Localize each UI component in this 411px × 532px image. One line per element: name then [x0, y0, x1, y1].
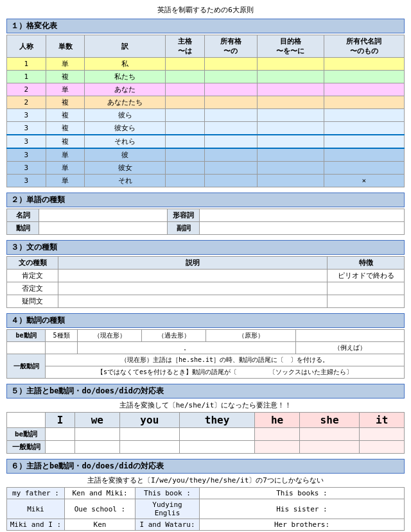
sentence-type-table: 文の種類 説明 特徴 肯定文 ピリオドで終わる 否定文 疑問文: [6, 256, 405, 308]
section-5-subtitle: 主語を変換して〔he/she/it〕になったら要注意！！: [6, 400, 405, 410]
col-person: 人称: [7, 35, 46, 58]
table-row: 文の種類 説明 特徴: [7, 257, 405, 270]
person: 1: [7, 58, 46, 71]
table-row: 。 （例えば）: [7, 342, 405, 354]
page-title: 英語を制覇するための6大原則: [6, 5, 405, 15]
table-row: Miki Oue school : Yudying Englis His sis…: [7, 499, 405, 519]
translation: 私: [85, 58, 165, 71]
table-row: 一般動詞: [7, 441, 405, 454]
table-row: 一般動詞 （現在形）主語は［he.she.it］の時、動詞の語尾に〔 〕を付ける…: [7, 354, 405, 366]
section-5-title: ５）主語とbe動詞・do/does/didの対応表: [6, 384, 405, 399]
verb-type-table: be動詞 5種類 （現在形） （過去形） （原形） 。 （例えば） 一般動詞 （…: [6, 329, 405, 379]
table-row: my father : Ken and Miki: This book : Th…: [7, 488, 405, 499]
subject-map-table: my father : Ken and Miki: This book : Th…: [6, 487, 405, 531]
table-row: be動詞 5種類 （現在形） （過去形） （原形）: [7, 330, 405, 342]
subject-verb-table: I we you they he she it be動詞 一般動詞: [6, 412, 405, 454]
table-row: 1 複 私たち: [7, 71, 405, 83]
table-row: 1 単 私: [7, 58, 405, 71]
section-2-title: ２）単語の種類: [6, 193, 405, 207]
table-row: 3 単 彼: [7, 148, 405, 162]
section-1: １）格変化表 人称 単数 訳 主格〜は 所有格〜の 目的格〜を〜に 所有代名詞〜…: [6, 19, 405, 187]
col-nominative: 主格〜は: [165, 35, 204, 58]
col-possessive: 所有代名詞〜のもの: [324, 35, 404, 58]
section-3-title: ３）文の種類: [6, 240, 405, 255]
possessive-val: [324, 58, 404, 71]
nominative-val: [165, 58, 204, 71]
table-row: 疑問文: [7, 295, 405, 308]
section-4: ４）動詞の種類 be動詞 5種類 （現在形） （過去形） （原形） 。 （例えば…: [6, 313, 405, 379]
section-6-subtitle: 主語を変換すると〔I/we/you/they/he/she/it〕の7つにしかな…: [6, 476, 405, 485]
section-6: ６）主語とbe動詞・do/does/didの対応表 主語を変換すると〔I/we/…: [6, 459, 405, 531]
word-type-table: 名詞 形容詞 動詞 副詞: [6, 209, 405, 235]
table-row: 3 単 それ ×: [7, 175, 405, 187]
table-row: 名詞 形容詞: [7, 209, 405, 222]
table-row: 【sではなくてesを付けるとき】動詞の語尾が〔 〔ソックスはいた主婦たら〕: [7, 366, 405, 379]
table-row: 否定文: [7, 282, 405, 295]
table-row: 3 複 彼女ら: [7, 122, 405, 135]
table-row: 動詞 副詞: [7, 222, 405, 235]
table-row: be動詞: [7, 428, 405, 441]
col-num: 単数: [46, 35, 85, 58]
section-2: ２）単語の種類 名詞 形容詞 動詞 副詞: [6, 193, 405, 235]
table-row: 3 単 彼女: [7, 162, 405, 175]
col-objective: 目的格〜を〜に: [257, 35, 324, 58]
objective-val: [257, 58, 324, 71]
section-1-title: １）格変化表: [6, 19, 405, 33]
table-row: I we you they he she it: [7, 413, 405, 428]
case-table: 人称 単数 訳 主格〜は 所有格〜の 目的格〜を〜に 所有代名詞〜のもの 1 単…: [6, 35, 405, 187]
table-row: Miki and I : Ken I and Wataru: Her broth…: [7, 519, 405, 531]
table-row: 3 複 それら: [7, 135, 405, 148]
genitive-val: [204, 58, 257, 71]
col-genitive: 所有格〜の: [204, 35, 257, 58]
section-3: ３）文の種類 文の種類 説明 特徴 肯定文 ピリオドで終わる 否定文 疑問文: [6, 240, 405, 308]
col-trans: 訳: [85, 35, 165, 58]
table-row: 肯定文 ピリオドで終わる: [7, 270, 405, 282]
table-row: 2 単 あなた: [7, 83, 405, 96]
section-6-title: ６）主語とbe動詞・do/does/didの対応表: [6, 459, 405, 474]
section-4-title: ４）動詞の種類: [6, 313, 405, 328]
number: 単: [46, 58, 85, 71]
table-row: 3 複 彼ら: [7, 109, 405, 122]
section-5: ５）主語とbe動詞・do/does/didの対応表 主語を変換して〔he/she…: [6, 384, 405, 454]
table-row: 2 複 あなたたち: [7, 96, 405, 109]
